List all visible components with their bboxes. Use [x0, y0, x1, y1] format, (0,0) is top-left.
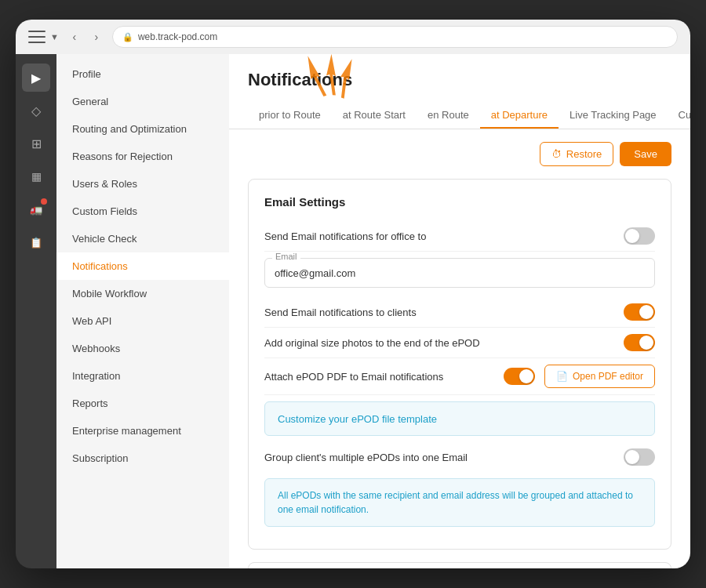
office-email-toggle[interactable]: [624, 227, 655, 245]
nav-routing[interactable]: Routing and Optimization: [56, 115, 229, 143]
customize-link-box: Customize your ePOD file template: [264, 401, 655, 436]
browser-nav: ‹ ›: [65, 27, 106, 46]
epod-toggle[interactable]: [504, 368, 535, 385]
page-title: Notifications: [248, 70, 671, 90]
nav-rejection[interactable]: Reasons for Rejection: [56, 143, 229, 170]
nav-subscription[interactable]: Subscription: [56, 445, 229, 472]
nav-icon-5[interactable]: 📋: [22, 228, 50, 256]
tabs-bar: prior to Route at Route Start en Route a…: [229, 103, 690, 129]
nav-general[interactable]: General: [56, 88, 229, 115]
tab-custom[interactable]: Custom: [668, 103, 690, 129]
restore-button[interactable]: ⏱ Restore: [540, 142, 614, 166]
email-input-group: Email: [264, 258, 655, 288]
nav-enterprise[interactable]: Enterprise management: [56, 417, 229, 445]
save-button[interactable]: Save: [620, 142, 671, 166]
clients-label: Send Email notifications to clients: [264, 307, 417, 318]
url-text: web.track-pod.com: [138, 31, 217, 42]
email-settings-title: Email Settings: [264, 195, 655, 209]
nav-web-api[interactable]: Web API: [56, 307, 229, 335]
pdf-icon: 📄: [556, 371, 568, 382]
epod-label: Attach ePOD PDF to Email notifications: [264, 371, 494, 383]
nav-notifications[interactable]: Notifications: [56, 252, 229, 280]
setting-row-clients: Send Email notifications to clients: [264, 297, 655, 328]
main-content: Notifications prior to Route at Route St…: [229, 54, 690, 568]
nav-mobile-workflow[interactable]: Mobile Workflow: [56, 280, 229, 307]
restore-icon: ⏱: [551, 148, 562, 160]
nav-custom-fields[interactable]: Custom Fields: [56, 198, 229, 225]
nav-profile[interactable]: Profile: [56, 60, 229, 88]
email-order-status-card: Email with Order Status Placeholders ⊞ E…: [248, 562, 671, 568]
nav-sidebar: Profile General Routing and Optimization…: [56, 54, 229, 568]
setting-row-photos: Add original size photos to the end of t…: [264, 328, 655, 358]
nav-icon-1[interactable]: ◇: [22, 96, 50, 125]
group-info-box: All ePODs with the same recipient and em…: [264, 478, 655, 527]
back-btn[interactable]: ‹: [65, 27, 84, 46]
nav-integration[interactable]: Integration: [56, 362, 229, 390]
setting-row-epod: Attach ePOD PDF to Email notifications 📄…: [264, 358, 655, 395]
nav-vehicle-check[interactable]: Vehicle Check: [56, 225, 229, 252]
nav-icon-0[interactable]: ▶: [22, 64, 50, 92]
tab-live-tracking[interactable]: Live Tracking Page: [559, 103, 668, 129]
office-email-label: Send Email notifications for office to: [264, 230, 426, 242]
email-settings-card: Email Settings Send Email notifications …: [248, 179, 671, 550]
sidebar-toggle-btn[interactable]: [28, 31, 45, 43]
photos-label: Add original size photos to the end of t…: [264, 337, 480, 349]
tab-at-route-start[interactable]: at Route Start: [332, 103, 417, 129]
content-area: ⏱ Restore Save Email Settings Send Email…: [229, 129, 690, 568]
toolbar: ⏱ Restore Save: [248, 142, 671, 166]
nav-webhooks[interactable]: Webhooks: [56, 335, 229, 362]
photos-toggle[interactable]: [624, 334, 655, 351]
forward-btn[interactable]: ›: [87, 27, 106, 46]
tab-en-route[interactable]: en Route: [417, 103, 480, 129]
nav-icon-3[interactable]: ▦: [22, 162, 50, 191]
browser-controls: ▼: [28, 31, 59, 43]
tab-prior-to-route[interactable]: prior to Route: [248, 103, 332, 129]
address-bar[interactable]: 🔒 web.track-pod.com: [112, 26, 678, 48]
lock-icon: 🔒: [122, 32, 133, 42]
nav-icon-2[interactable]: ⊞: [22, 129, 50, 158]
page-header: Notifications: [229, 54, 690, 90]
browser-bar: ▼ ‹ › 🔒 web.track-pod.com: [16, 20, 690, 54]
nav-reports[interactable]: Reports: [56, 390, 229, 417]
group-label: Group client's multiple ePODs into one E…: [264, 452, 468, 463]
nav-icon-4[interactable]: 🚛: [22, 195, 50, 223]
office-email-input[interactable]: [264, 258, 655, 288]
clients-toggle[interactable]: [624, 303, 655, 321]
nav-users[interactable]: Users & Roles: [56, 170, 229, 198]
group-info-text: All ePODs with the same recipient and em…: [278, 488, 642, 517]
setting-row-office-email: Send Email notifications for office to: [264, 221, 655, 252]
notification-badge: [41, 198, 47, 205]
group-toggle[interactable]: [624, 448, 655, 466]
email-input-label: Email: [272, 252, 300, 261]
customize-link[interactable]: Customize your ePOD file template: [278, 413, 437, 425]
open-pdf-editor-button[interactable]: 📄 Open PDF editor: [544, 365, 655, 388]
tab-at-departure[interactable]: at Departure: [480, 103, 559, 129]
setting-row-group: Group client's multiple ePODs into one E…: [264, 442, 655, 472]
icon-sidebar: ▶ ◇ ⊞ ▦ 🚛 📋: [16, 54, 56, 568]
